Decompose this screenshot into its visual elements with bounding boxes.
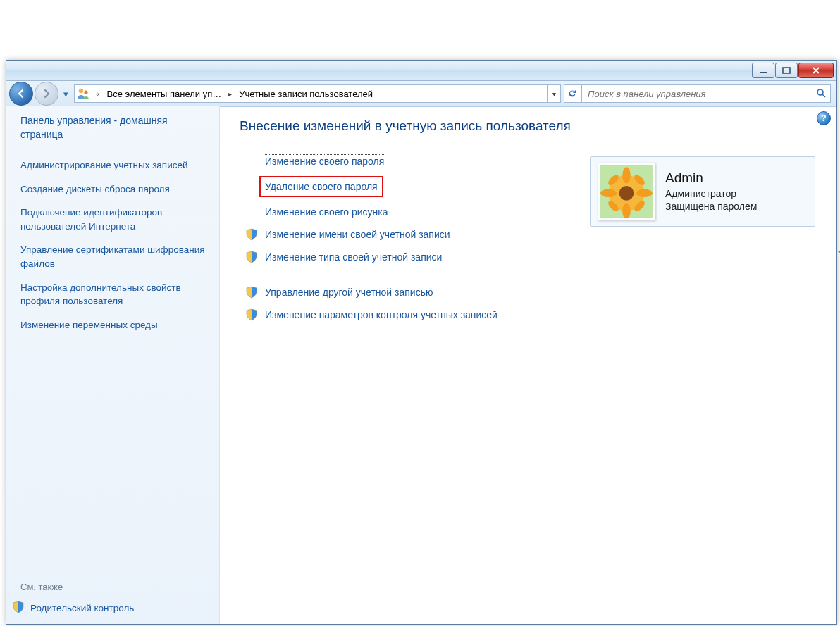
svg-point-9 — [622, 167, 631, 183]
option-change-account-type[interactable]: Изменение типа своей учетной записи — [265, 249, 822, 265]
breadcrumb-dropdown[interactable]: ▾ — [547, 85, 560, 102]
avatar-image — [600, 165, 653, 218]
shield-icon — [245, 251, 258, 263]
sidebar-home-link[interactable]: Панель управления - домашняя страница — [20, 114, 211, 142]
close-button[interactable] — [798, 63, 834, 78]
search-icon[interactable] — [816, 88, 826, 100]
see-also-link-label: Родительский контроль — [30, 603, 134, 613]
sidebar: Панель управления - домашняя страница Ад… — [6, 106, 220, 624]
svg-rect-1 — [783, 68, 790, 73]
option-manage-other-account[interactable]: Управление другой учетной записью — [265, 284, 822, 300]
svg-point-4 — [817, 89, 823, 95]
sidebar-link-online-ids[interactable]: Подключение идентификаторов пользователе… — [20, 206, 211, 233]
minimize-button[interactable] — [752, 63, 774, 78]
breadcrumb: « Все элементы панели уп… ▸ Учетные запи… — [74, 84, 561, 103]
maximize-button[interactable] — [775, 63, 798, 78]
sidebar-link-password-reset-disk[interactable]: Создание дискеты сброса пароля — [20, 182, 211, 196]
user-accounts-icon — [76, 87, 90, 101]
back-button[interactable] — [9, 82, 33, 106]
option-link-label: Управление другой учетной записью — [265, 287, 433, 298]
nav-history-dropdown[interactable]: ▾ — [60, 82, 71, 105]
page-title: Внесение изменений в учетную запись поль… — [240, 118, 822, 134]
breadcrumb-segment-all-items[interactable]: Все элементы панели уп… — [104, 85, 225, 102]
svg-point-12 — [636, 189, 653, 198]
sidebar-link-encryption-certs[interactable]: Управление сертификатами шифрования файл… — [20, 243, 211, 270]
option-link-label: Изменение типа своей учетной записи — [265, 251, 442, 263]
chevron-left-icon[interactable]: « — [92, 90, 104, 98]
option-link-label: Изменение параметров контроля учетных за… — [265, 309, 498, 320]
refresh-button[interactable] — [564, 84, 581, 103]
option-link-label: Удаление своего пароля — [265, 181, 378, 192]
help-button[interactable]: ? — [817, 111, 831, 125]
titlebar — [6, 61, 836, 81]
navbar: ▾ « Все элементы панели уп… ▸ Учетные за… — [6, 81, 836, 107]
sidebar-link-manage-accounts[interactable]: Администрирование учетных записей — [20, 158, 211, 173]
sidebar-link-profile-props[interactable]: Настройка дополнительных свойств профиля… — [20, 281, 211, 308]
breadcrumb-segment-user-accounts[interactable]: Учетные записи пользователей — [236, 85, 376, 102]
shield-icon — [245, 228, 258, 241]
shield-icon — [245, 286, 258, 299]
svg-line-5 — [822, 94, 825, 97]
window-body: Панель управления - домашняя страница Ад… — [6, 106, 836, 624]
forward-button[interactable] — [35, 82, 58, 106]
svg-point-8 — [619, 186, 634, 201]
user-role: Администратор — [665, 187, 757, 200]
search-box[interactable] — [581, 84, 831, 103]
svg-rect-0 — [760, 72, 767, 73]
content-pane: ? Внесение изменений в учетную запись по… — [220, 106, 836, 624]
option-link-label: Изменение своего рисунка — [265, 206, 388, 218]
svg-point-11 — [600, 189, 617, 198]
option-remove-password[interactable]: Удаление своего пароля — [259, 176, 383, 197]
avatar-frame — [598, 163, 655, 220]
see-also-label: См. также — [20, 582, 211, 592]
control-panel-window: ▾ « Все элементы панели уп… ▸ Учетные за… — [6, 60, 837, 625]
search-input[interactable] — [586, 88, 816, 100]
svg-point-3 — [84, 90, 87, 94]
user-name: Admin — [665, 170, 757, 186]
svg-point-2 — [79, 89, 83, 93]
option-link-label: Изменение имени своей учетной записи — [265, 229, 450, 240]
user-protection: Защищена паролем — [665, 200, 757, 213]
option-change-uac-settings[interactable]: Изменение параметров контроля учетных за… — [265, 307, 822, 323]
shield-icon — [12, 601, 25, 615]
chevron-right-icon: ▸ — [224, 90, 236, 98]
current-user-card: Admin Администратор Защищена паролем — [590, 156, 815, 227]
sidebar-link-env-vars[interactable]: Изменение переменных среды — [20, 318, 211, 332]
option-link-label: Изменение своего пароля — [265, 156, 384, 167]
option-change-account-name[interactable]: Изменение имени своей учетной записи — [265, 227, 822, 242]
shield-icon — [245, 308, 258, 321]
see-also-parental-control[interactable]: Родительский контроль — [12, 601, 211, 615]
